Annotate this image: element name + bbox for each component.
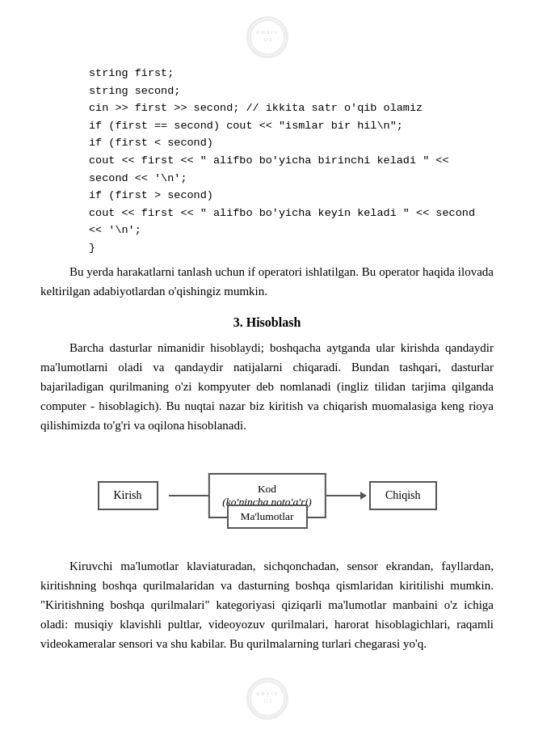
code-line-5: if (first < second): [89, 134, 494, 152]
chiqish-box: Chiqish: [369, 481, 437, 510]
code-block: string first; string second; cin >> firs…: [89, 65, 494, 257]
svg-text:ARXIV: ARXIV: [256, 29, 279, 35]
diagram-outer: Kirish Kod (ko'pincha noto'g'ri) Ma'lumo…: [40, 443, 494, 548]
watermark-bottom: ARXIV .UZ: [40, 678, 494, 720]
malumot-label: Ma'lumotlar: [240, 510, 293, 522]
malumot-box: Ma'lumotlar: [227, 505, 308, 529]
paragraph-2: Barcha dasturlar nimanidir hisoblaydi; b…: [40, 338, 494, 435]
section-heading: 3. Hisoblash: [40, 315, 494, 330]
code-line-4: if (first == second) cout << "ismlar bir…: [89, 117, 494, 135]
arxiv-circle-top: ARXIV .UZ: [246, 16, 288, 58]
code-line-9: }: [89, 239, 494, 257]
arxiv-circle-bottom: ARXIV .UZ: [246, 678, 288, 720]
paragraph-1: Bu yerda harakatlarni tanlash uchun if o…: [40, 262, 494, 301]
code-line-8: cout << first << " alifbo bo'yicha keyin…: [89, 205, 494, 239]
code-line-3: cin >> first >> second; // ikkita satr o…: [89, 99, 494, 117]
watermark-top: ARXIV .UZ: [40, 16, 494, 58]
chiqish-label: Chiqish: [385, 489, 421, 501]
svg-text:.UZ: .UZ: [261, 36, 273, 42]
arrow-right-head: [360, 492, 367, 500]
kirish-box: Kirish: [98, 481, 158, 510]
code-line-2: string second;: [89, 82, 494, 100]
svg-text:.UZ: .UZ: [261, 698, 273, 703]
paragraph-3: Kiruvchi ma'lumotlar klaviaturadan, sich…: [40, 556, 494, 653]
kirish-label: Kirish: [114, 489, 142, 501]
svg-text:ARXIV: ARXIV: [256, 691, 279, 696]
code-line-7: if (first > second): [89, 187, 494, 205]
code-line-1: string first;: [89, 65, 494, 82]
diagram-container: Kirish Kod (ko'pincha noto'g'ri) Ma'lumo…: [98, 443, 437, 548]
kod-title: Kod: [222, 483, 311, 496]
code-line-6: cout << first << " alifbo bo'yicha birin…: [89, 152, 494, 187]
